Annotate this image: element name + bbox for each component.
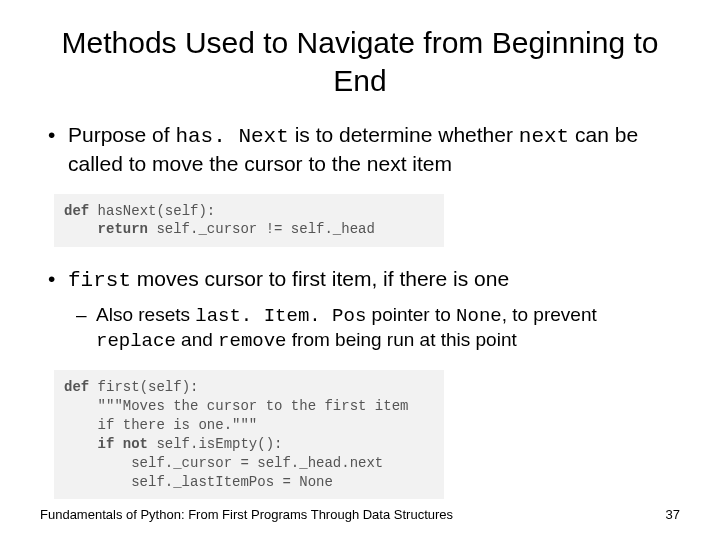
code-line: self._lastItemPos = None [64, 474, 333, 490]
bullet-first: first moves cursor to first item, if the… [40, 265, 680, 294]
code-lastitempos: last. Item. Pos [195, 305, 366, 327]
code-line: self._cursor = self._head.next [64, 455, 383, 471]
text: Also resets [96, 304, 195, 325]
slide: Methods Used to Navigate from Beginning … [0, 0, 720, 540]
bullet-list: Purpose of has. Next is to determine whe… [40, 121, 680, 178]
code-line: self._cursor != self._head [148, 221, 375, 237]
code-line: if there is one.""" [64, 417, 257, 433]
code-next: next [519, 125, 569, 148]
bullet-list-2: first moves cursor to first item, if the… [40, 265, 680, 354]
code-block-hasnext: def hasNext(self): return self._cursor !… [54, 194, 444, 248]
code-line: self.isEmpty(): [148, 436, 282, 452]
page-number: 37 [666, 507, 680, 522]
code-remove: remove [218, 330, 286, 352]
text: and [176, 329, 218, 350]
code-line: """Moves the cursor to the first item [64, 398, 408, 414]
text: is to determine whether [289, 123, 519, 146]
bullet-first-sub: Also resets last. Item. Pos pointer to N… [40, 303, 680, 354]
code-line: first(self): [89, 379, 198, 395]
text: pointer to [366, 304, 456, 325]
footer-text: Fundamentals of Python: From First Progr… [40, 507, 453, 522]
kw-def: def [64, 203, 89, 219]
code-hasnext: has. Next [175, 125, 288, 148]
slide-title: Methods Used to Navigate from Beginning … [40, 24, 680, 99]
code-none: None [456, 305, 502, 327]
text: from being run at this point [287, 329, 517, 350]
kw-def: def [64, 379, 89, 395]
text: Purpose of [68, 123, 175, 146]
text: , to prevent [502, 304, 597, 325]
bullet-purpose-hasnext: Purpose of has. Next is to determine whe… [40, 121, 680, 178]
code-line: hasNext(self): [89, 203, 215, 219]
kw-if-not: if not [64, 436, 148, 452]
code-replace: replace [96, 330, 176, 352]
code-first: first [68, 269, 131, 292]
kw-return: return [64, 221, 148, 237]
code-block-first: def first(self): """Moves the cursor to … [54, 370, 444, 499]
text: moves cursor to first item, if there is … [131, 267, 509, 290]
footer: Fundamentals of Python: From First Progr… [40, 507, 680, 522]
